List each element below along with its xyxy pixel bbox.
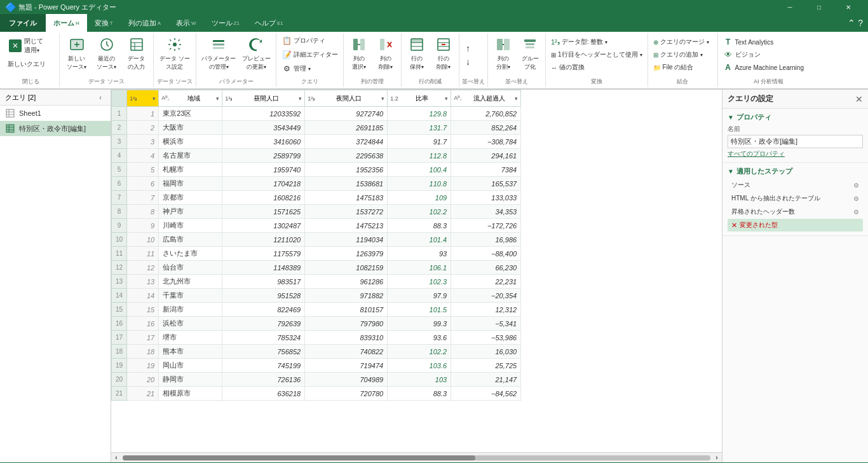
query-item-sheet1-label: Sheet1	[19, 109, 41, 117]
col-filter-flow[interactable]: ▾	[515, 95, 518, 102]
step-item[interactable]: ソース⚙	[728, 179, 863, 191]
hscroll-right-btn[interactable]: ›	[712, 453, 722, 463]
ds-settings-button[interactable]: データ ソース設定	[156, 34, 193, 73]
col-header-night[interactable]: 1²₃ 夜間人口 ▾	[305, 90, 388, 107]
name-value[interactable]: 特別区・政令市[編集]	[728, 135, 863, 148]
ribbon-collapse-btn[interactable]: ⌃	[848, 18, 855, 28]
minimize-button[interactable]: ─	[775, 0, 804, 14]
col-name-region: 地域	[187, 94, 200, 103]
tab-add-column[interactable]: 列の追加 A	[121, 14, 168, 32]
manage-button[interactable]: ⚙ 管理 ▾	[279, 62, 313, 75]
cell-night-pop: 1537272	[305, 205, 388, 219]
col-filter-night[interactable]: ▾	[381, 95, 384, 102]
close-apply-label1: 閉じて	[24, 37, 43, 46]
table-row: 2121相模原市63621872078088.3−84,562	[112, 387, 521, 401]
tab-file[interactable]: ファイル	[0, 14, 46, 32]
right-panel-close-btn[interactable]: ✕	[855, 94, 863, 104]
query-panel-collapse[interactable]: ‹	[95, 92, 105, 102]
manage-params-button[interactable]: パラメーターの管理▾	[199, 34, 238, 73]
table-row: 77京都市16082161475183109133,033	[112, 191, 521, 205]
col-header-flow[interactable]: Aᴮ꜀ 流入超過人 ▾	[451, 90, 521, 107]
help-icon[interactable]: ?	[858, 18, 863, 28]
tab-spacer	[291, 14, 848, 32]
query-item-tokubetsu[interactable]: 特別区・政令市[編集]	[0, 121, 111, 136]
tab-view[interactable]: 表示 W	[168, 14, 204, 32]
data-input-button[interactable]: データの入力	[122, 34, 151, 73]
cell-day-pop: 636218	[222, 387, 305, 401]
step-gear-icon[interactable]: ⚙	[853, 182, 859, 189]
cell-ratio: 112.8	[388, 149, 451, 163]
split-column-button[interactable]: 列の分割▾	[491, 34, 516, 73]
col-filter-region[interactable]: ▾	[216, 95, 219, 102]
keep-rows-button[interactable]: 行の保持▾	[404, 34, 430, 73]
table-row: 11東京23区120335929272740129.82,760,852	[112, 107, 521, 121]
merge-queries-button[interactable]: ⊕ クエリのマージ ▾	[651, 36, 712, 48]
tab-home[interactable]: ホーム H	[46, 14, 87, 32]
cell-region: 大阪市	[159, 121, 222, 135]
col-header-region[interactable]: Aᴮ꜀ 地域 ▾	[159, 90, 222, 107]
row-index: 10	[112, 233, 127, 247]
cell-flow: 21,147	[451, 373, 521, 387]
tab-tools[interactable]: ツール Z1	[204, 14, 247, 32]
group-by-label: グループ化	[522, 55, 539, 71]
hscroll-left-btn[interactable]: ‹	[111, 453, 121, 463]
svg-rect-22	[411, 39, 423, 43]
sort-desc-button[interactable]: ↓	[462, 55, 474, 68]
col-name-day: 昼間人口	[254, 94, 279, 103]
cell-day-pop: 822469	[222, 303, 305, 317]
azure-ml-button[interactable]: A Azure Machine Learning	[721, 62, 806, 73]
select-columns-button[interactable]: 列の選択▾	[346, 34, 372, 73]
step-label: ソース	[731, 181, 750, 190]
remove-columns-button[interactable]: 列の削除▾	[373, 34, 398, 73]
step-item[interactable]: 昇格されたヘッダー数⚙	[728, 205, 863, 218]
properties-button[interactable]: 📋 プロパティ	[279, 34, 328, 47]
text-analytics-button[interactable]: T Text Analytics	[721, 36, 776, 48]
cell-flow: 12,312	[451, 303, 521, 317]
data-type-button[interactable]: 1²₃ データ型: 整数 ▾	[548, 36, 610, 48]
horizontal-scrollbar[interactable]: ‹ ›	[111, 452, 722, 462]
step-item-left: 昇格されたヘッダー数	[731, 207, 795, 216]
col-header-region-content: Aᴮ꜀ 地域 ▾	[159, 90, 222, 106]
tab-help[interactable]: ヘルプ E1	[247, 14, 291, 32]
close-button[interactable]: ✕	[834, 0, 863, 14]
sort-asc-button[interactable]: ↑	[462, 42, 474, 55]
all-props-link[interactable]: すべてのプロパティ	[728, 149, 785, 158]
first-row-header-button[interactable]: ⊞ 1行目をヘッダーとして使用 ▾	[548, 49, 645, 60]
cell-region: 仙台市	[159, 261, 222, 275]
tab-transform[interactable]: 変換 T	[87, 14, 121, 32]
step-item[interactable]: ✕変更された型	[728, 219, 863, 232]
vision-button[interactable]: 👁 ビジョン	[721, 49, 763, 60]
step-item[interactable]: HTML から抽出されたテーブル⚙	[728, 192, 863, 205]
group-by-button[interactable]: グループ化	[517, 34, 543, 73]
new-query-button[interactable]: 新しいクエリ	[5, 59, 48, 70]
tab-add-column-label: 列の追加	[128, 18, 156, 28]
refresh-preview-button[interactable]: プレビューの更新▾	[240, 34, 273, 73]
row-index: 9	[112, 219, 127, 233]
col-header-day[interactable]: 1²₃ 昼間人口 ▾	[222, 90, 305, 107]
append-queries-button[interactable]: ⊞ クエリの追加 ▾	[651, 49, 705, 60]
col-header-num[interactable]: 1²₃ ▾	[127, 90, 159, 107]
col-header-ratio[interactable]: 1.2 比率 ▾	[388, 90, 451, 107]
hscroll-thumb[interactable]	[123, 455, 475, 460]
replace-values-button[interactable]: ↔ 値の置換	[548, 62, 587, 73]
combine-files-button[interactable]: 📁 File の結合	[651, 62, 696, 73]
grid-container[interactable]: 1²₃ ▾ Aᴮ꜀ 地域 ▾	[111, 90, 722, 452]
tokubetsu-icon	[5, 123, 15, 134]
query-item-sheet1[interactable]: Sheet1	[0, 106, 111, 121]
close-apply-button[interactable]: ✕ 閉じて 適用 ▾	[5, 34, 46, 57]
col-filter-ratio[interactable]: ▾	[445, 95, 448, 102]
row-num: 15	[127, 303, 159, 317]
cell-night-pop: 720780	[305, 387, 388, 401]
col-filter-num[interactable]: ▾	[153, 95, 156, 102]
maximize-button[interactable]: □	[804, 0, 834, 14]
properties-section-title: プロパティ	[736, 113, 771, 122]
sheet1-icon	[5, 108, 15, 118]
step-gear-icon[interactable]: ⚙	[853, 195, 859, 202]
step-gear-icon[interactable]: ⚙	[853, 209, 859, 216]
remove-rows-button[interactable]: 行の削除▾	[431, 34, 456, 73]
new-source-button[interactable]: 新しいソース▾	[62, 34, 91, 73]
hscroll-track[interactable]	[123, 455, 710, 460]
col-filter-day[interactable]: ▾	[299, 95, 302, 102]
recent-sources-button[interactable]: 最近のソース▾	[92, 34, 121, 73]
advanced-editor-button[interactable]: 📝 詳細エディター	[279, 48, 341, 61]
